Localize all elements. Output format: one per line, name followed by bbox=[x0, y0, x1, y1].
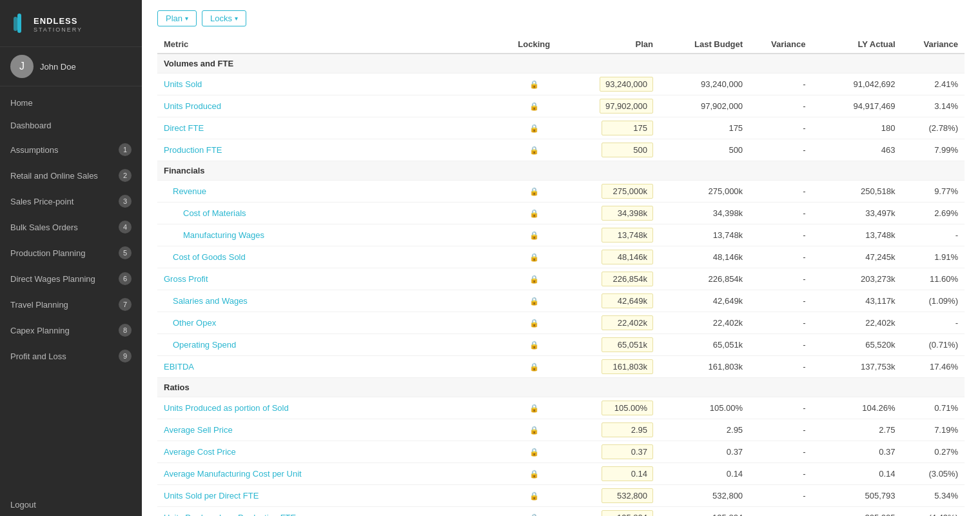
variance1-cell: - bbox=[749, 95, 812, 117]
lock-icon: 🔒 bbox=[529, 470, 539, 479]
last-budget-cell: 13,748k bbox=[660, 224, 749, 246]
variance1-cell: - bbox=[749, 463, 812, 485]
col-header-locking: Locking bbox=[498, 35, 570, 54]
table-row: Operating Spend 🔒 65,051k 65,051k - 65,5… bbox=[157, 334, 965, 356]
variance2-cell: (0.71%) bbox=[902, 334, 965, 356]
col-header-variance2: Variance bbox=[902, 35, 965, 54]
metric-cell: Production FTE bbox=[157, 139, 498, 161]
plan-cell: 275,000k bbox=[570, 181, 660, 203]
toolbar: Plan ▾ Locks ▾ bbox=[157, 8, 965, 26]
plan-cell: 175 bbox=[570, 117, 660, 139]
variance2-cell: (3.05%) bbox=[902, 463, 965, 485]
nav-list: Home Dashboard Assumptions 1 Retail and … bbox=[0, 86, 142, 493]
sidebar-item-retail[interactable]: Retail and Online Sales 2 bbox=[0, 163, 142, 188]
lock-cell: 🔒 bbox=[498, 356, 570, 378]
last-budget-cell: 195,804 bbox=[660, 507, 749, 517]
section-title: Volumes and FTE bbox=[157, 54, 965, 74]
plan-button[interactable]: Plan ▾ bbox=[157, 10, 197, 26]
variance2-cell: (1.09%) bbox=[902, 290, 965, 312]
variance2-cell: 0.27% bbox=[902, 441, 965, 463]
plan-cell: 22,402k bbox=[570, 312, 660, 334]
locks-button[interactable]: Locks ▾ bbox=[202, 10, 246, 26]
badge-assumptions: 1 bbox=[119, 143, 132, 156]
variance1-cell: - bbox=[749, 290, 812, 312]
logo-area: ENDLESS STATIONERY bbox=[0, 0, 142, 46]
variance2-cell: - bbox=[902, 224, 965, 246]
variance2-cell: 7.99% bbox=[902, 139, 965, 161]
ly-actual-cell: 22,402k bbox=[812, 312, 901, 334]
col-header-variance1: Variance bbox=[749, 35, 812, 54]
ly-actual-cell: 463 bbox=[812, 139, 901, 161]
sidebar-item-sales-pricepoint[interactable]: Sales Price-point 3 bbox=[0, 188, 142, 214]
lock-icon: 🔒 bbox=[529, 362, 539, 372]
sidebar-item-dashboard[interactable]: Dashboard bbox=[0, 114, 142, 137]
section-title: Financials bbox=[157, 161, 965, 181]
lock-icon: 🔒 bbox=[529, 491, 539, 501]
variance1-cell: - bbox=[749, 441, 812, 463]
logout-button[interactable]: Logout bbox=[0, 493, 142, 516]
sidebar-item-direct-wages[interactable]: Direct Wages Planning 6 bbox=[0, 266, 142, 292]
sidebar-item-production[interactable]: Production Planning 5 bbox=[0, 240, 142, 266]
sidebar-item-bulk-sales[interactable]: Bulk Sales Orders 4 bbox=[0, 214, 142, 240]
last-budget-cell: 105.00% bbox=[660, 397, 749, 419]
variance1-cell: - bbox=[749, 74, 812, 95]
metric-cell: Average Manufacturing Cost per Unit bbox=[157, 463, 498, 485]
lock-icon: 🔒 bbox=[529, 297, 539, 306]
logo-icon bbox=[10, 13, 28, 36]
variance1-cell: - bbox=[749, 507, 812, 517]
last-budget-cell: 161,803k bbox=[660, 356, 749, 378]
plan-cell: 532,800 bbox=[570, 485, 660, 507]
lock-cell: 🔒 bbox=[498, 334, 570, 356]
variance1-cell: - bbox=[749, 181, 812, 203]
variance1-cell: - bbox=[749, 224, 812, 246]
ly-actual-cell: 203,273k bbox=[812, 268, 901, 290]
variance1-cell: - bbox=[749, 203, 812, 224]
avatar: J bbox=[10, 55, 34, 78]
badge-travel: 7 bbox=[119, 298, 132, 311]
plan-cell: 195,804 bbox=[570, 507, 660, 517]
metric-cell: Units Produced as portion of Sold bbox=[157, 397, 498, 419]
table-row: Average Manufacturing Cost per Unit 🔒 0.… bbox=[157, 463, 965, 485]
col-header-plan: Plan bbox=[570, 35, 660, 54]
lock-cell: 🔒 bbox=[498, 139, 570, 161]
ly-actual-cell: 137,753k bbox=[812, 356, 901, 378]
lock-icon: 🔒 bbox=[529, 253, 539, 262]
badge-production: 5 bbox=[119, 246, 132, 259]
metric-cell: Units Sold bbox=[157, 74, 498, 95]
table-header-row: Metric Locking Plan Last Budget Variance… bbox=[157, 35, 965, 54]
table-row: Units Produced 🔒 97,902,000 97,902,000 -… bbox=[157, 95, 965, 117]
sidebar-item-capex[interactable]: Capex Planning 8 bbox=[0, 317, 142, 343]
last-budget-cell: 22,402k bbox=[660, 312, 749, 334]
sidebar-item-home[interactable]: Home bbox=[0, 92, 142, 114]
last-budget-cell: 34,398k bbox=[660, 203, 749, 224]
plan-chevron-icon: ▾ bbox=[185, 15, 188, 22]
table-row: Units Produced per Production FTE 🔒 195,… bbox=[157, 507, 965, 517]
ly-actual-cell: 65,520k bbox=[812, 334, 901, 356]
sidebar-item-travel[interactable]: Travel Planning 7 bbox=[0, 292, 142, 317]
user-name: John Doe bbox=[40, 62, 76, 72]
lock-icon: 🔒 bbox=[529, 513, 539, 516]
last-budget-cell: 175 bbox=[660, 117, 749, 139]
table-row: Revenue 🔒 275,000k 275,000k - 250,518k 9… bbox=[157, 181, 965, 203]
lock-cell: 🔒 bbox=[498, 290, 570, 312]
sidebar-item-profit-loss[interactable]: Profit and Loss 9 bbox=[0, 343, 142, 369]
plan-cell: 226,854k bbox=[570, 268, 660, 290]
ly-actual-cell: 180 bbox=[812, 117, 901, 139]
lock-cell: 🔒 bbox=[498, 117, 570, 139]
plan-cell: 0.37 bbox=[570, 441, 660, 463]
sidebar-item-assumptions[interactable]: Assumptions 1 bbox=[0, 137, 142, 163]
last-budget-cell: 42,649k bbox=[660, 290, 749, 312]
ly-actual-cell: 0.37 bbox=[812, 441, 901, 463]
lock-cell: 🔒 bbox=[498, 224, 570, 246]
metric-cell: Gross Profit bbox=[157, 268, 498, 290]
table-row: Direct FTE 🔒 175 175 - 180 (2.78%) bbox=[157, 117, 965, 139]
badge-profit-loss: 9 bbox=[119, 350, 132, 362]
last-budget-cell: 2.95 bbox=[660, 419, 749, 441]
data-table: Metric Locking Plan Last Budget Variance… bbox=[157, 35, 965, 516]
lock-cell: 🔒 bbox=[498, 246, 570, 268]
variance2-cell: (2.78%) bbox=[902, 117, 965, 139]
metric-cell: Revenue bbox=[157, 181, 498, 203]
lock-cell: 🔒 bbox=[498, 95, 570, 117]
badge-direct-wages: 6 bbox=[119, 272, 132, 285]
lock-cell: 🔒 bbox=[498, 485, 570, 507]
